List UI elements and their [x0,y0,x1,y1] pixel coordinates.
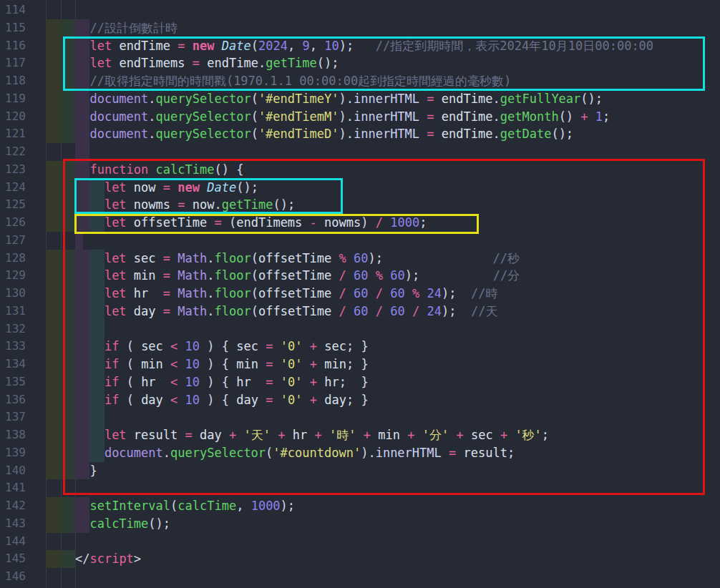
code-token: . [148,92,155,106]
code-token [419,127,427,141]
code-token: innerHTML [354,92,419,106]
code-token [419,92,427,106]
code-token: </ [75,552,89,566]
code-line[interactable]: 143 calcTime(); [0,515,720,533]
code-token: = [427,92,434,106]
line-number: 138 [0,426,26,444]
code-token: = [427,109,434,124]
code-token: '#endTiemM' [258,109,339,124]
code-token: 1 [595,109,603,124]
code-token: ). [339,92,353,106]
code-line[interactable]: 146 [0,568,720,586]
code-token: ( [251,109,258,124]
code-token: ( [170,499,177,513]
line-number: 146 [0,568,26,586]
line-number: 145 [0,550,26,568]
code-token: (); [148,516,170,531]
code-token [46,499,89,513]
code-token: + [580,109,588,124]
code-token: . [492,92,500,106]
code-token [419,109,427,124]
code-token: . [148,109,155,124]
code-token: '#endTimeY' [258,92,339,106]
code-token: innerHTML [354,109,419,124]
line-number: 141 [0,479,26,497]
code-line[interactable]: 120 document.querySelector('#endTiemM').… [0,108,720,126]
code-token [46,109,89,124]
code-token: endTime [442,127,493,141]
code-token: ). [339,127,353,141]
code-token: . [492,127,500,141]
code-token [434,109,442,124]
code-token [46,21,89,35]
code-token: script [89,552,133,566]
code-token [243,499,250,513]
code-text: document.querySelector('#endTimeD').inne… [46,125,573,143]
code-token: querySelector [156,92,251,106]
code-editor[interactable]: 114115 //設計倒數計時116 let endTime = new Dat… [0,0,720,588]
code-line[interactable]: 144 [0,533,720,551]
line-number: 130 [0,285,26,303]
code-token: 1000 [251,499,281,513]
line-number: 144 [0,533,26,551]
code-token [434,127,442,141]
code-token: ( [251,92,258,106]
line-number: 115 [0,19,26,37]
code-token: calcTime [177,499,236,513]
code-token: querySelector [156,109,251,124]
line-number: 123 [0,161,26,179]
code-token: ); [281,499,295,513]
indent-band [46,320,60,338]
annotation-box-endtime-cyan [63,36,705,91]
code-token: getMonth [500,109,559,124]
code-text: </script> [46,550,141,568]
code-token [46,127,89,141]
code-token [573,109,580,124]
code-line[interactable]: 142 setInterval(calcTime, 1000); [0,497,720,515]
code-token: document [89,92,148,106]
line-number: 135 [0,373,26,391]
line-number: 118 [0,72,26,90]
code-token: ). [339,109,353,124]
line-number: 129 [0,267,26,285]
code-token: document [89,109,148,124]
code-token: > [134,552,141,566]
line-number: 127 [0,232,26,250]
code-token: (); [551,127,573,141]
code-token: querySelector [156,127,251,141]
line-number: 136 [0,391,26,409]
code-token: = [427,127,434,141]
line-number: 114 [0,1,26,19]
code-token: . [492,109,500,124]
line-number: 133 [0,338,26,356]
code-token [46,552,75,566]
line-number: 116 [0,37,26,55]
code-token: ( [251,127,258,141]
code-token [434,92,442,106]
line-number: 134 [0,356,26,373]
line-number: 122 [0,143,26,161]
line-number: 131 [0,303,26,320]
line-number: 121 [0,125,26,143]
code-token: ; [603,109,610,124]
code-line[interactable]: 114 [0,1,720,19]
annotation-box-offsettime-yellow [74,214,479,234]
line-number: 139 [0,444,26,462]
code-text: document.querySelector('#endTiemM').inne… [46,108,610,126]
code-token [46,516,89,531]
line-number: 132 [0,320,26,338]
code-token: (); [580,92,603,106]
code-token: getFullYear [500,92,581,106]
code-line[interactable]: 115 //設計倒數計時 [0,19,720,37]
code-token [588,109,595,124]
code-text: calcTime(); [46,515,170,533]
code-line[interactable]: 121 document.querySelector('#endTimeD').… [0,125,720,143]
code-line[interactable]: 119 document.querySelector('#endTimeY').… [0,90,720,108]
line-number: 137 [0,408,26,426]
code-token: innerHTML [354,127,419,141]
code-token: . [148,127,155,141]
line-number: 128 [0,250,26,268]
code-text: //設計倒數計時 [46,19,177,37]
code-token: () [559,109,573,124]
code-line[interactable]: 145 </script> [0,550,720,568]
